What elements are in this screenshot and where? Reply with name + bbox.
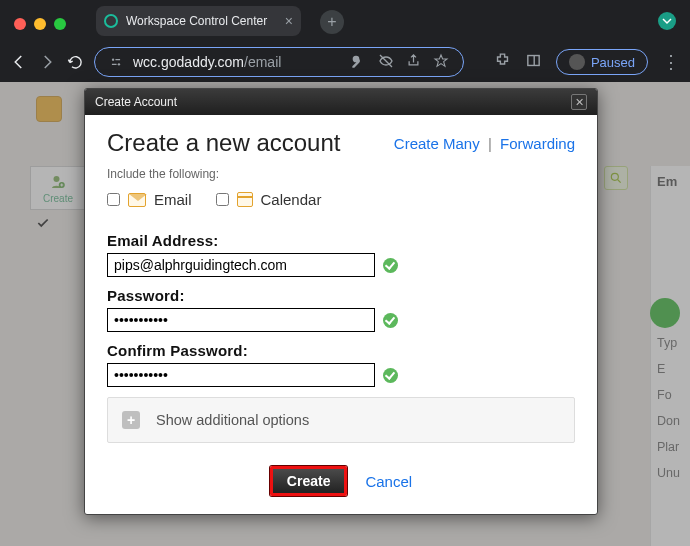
- close-window-icon[interactable]: [14, 18, 26, 30]
- close-tab-icon[interactable]: ×: [285, 13, 293, 29]
- create-account-modal: Create Account ✕ Create a new account Cr…: [84, 88, 598, 515]
- kebab-menu-icon[interactable]: ⋮: [662, 51, 680, 73]
- back-icon[interactable]: [10, 53, 28, 71]
- modal-titlebar: Create Account ✕: [85, 89, 597, 115]
- browser-toolbar: wcc.godaddy.com/email Paused ⋮: [0, 42, 690, 82]
- tab-favicon-icon: [104, 14, 118, 28]
- password-input[interactable]: [107, 308, 375, 332]
- paused-label: Paused: [591, 55, 635, 70]
- url-text: wcc.godaddy.com/email: [133, 54, 281, 70]
- include-email-label: Email: [154, 191, 192, 208]
- confirm-password-input[interactable]: [107, 363, 375, 387]
- eye-off-icon[interactable]: [378, 53, 394, 72]
- email-address-label: Email Address:: [107, 232, 575, 249]
- avatar-icon: [569, 54, 585, 70]
- check-ok-icon: [383, 313, 398, 328]
- modal-body: Create a new account Create Many | Forwa…: [85, 115, 597, 514]
- browser-tab[interactable]: Workspace Control Center ×: [96, 6, 301, 36]
- forwarding-link[interactable]: Forwarding: [500, 135, 575, 152]
- new-tab-button[interactable]: +: [320, 10, 344, 34]
- tab-title: Workspace Control Center: [126, 14, 267, 28]
- minimize-window-icon[interactable]: [34, 18, 46, 30]
- include-email-checkbox[interactable]: [107, 193, 120, 206]
- include-calendar-option[interactable]: Calendar: [216, 191, 322, 208]
- key-icon[interactable]: [350, 53, 366, 72]
- window-controls: [14, 18, 66, 30]
- share-icon[interactable]: [406, 53, 421, 72]
- svg-point-0: [112, 59, 114, 61]
- pipe: |: [488, 135, 492, 152]
- create-many-link[interactable]: Create Many: [394, 135, 480, 152]
- reload-icon[interactable]: [66, 53, 84, 71]
- plus-icon: +: [122, 411, 140, 429]
- browser-chrome: Workspace Control Center × + wcc.godaddy…: [0, 0, 690, 82]
- password-label: Password:: [107, 287, 575, 304]
- modal-title-text: Create Account: [95, 95, 177, 109]
- calendar-icon: [237, 192, 253, 207]
- show-additional-options-label: Show additional options: [156, 412, 309, 428]
- show-additional-options[interactable]: + Show additional options: [107, 397, 575, 443]
- email-address-input[interactable]: [107, 253, 375, 277]
- include-calendar-label: Calendar: [261, 191, 322, 208]
- include-email-option[interactable]: Email: [107, 191, 192, 208]
- confirm-password-label: Confirm Password:: [107, 342, 575, 359]
- toolbar-right: Paused ⋮: [494, 49, 680, 75]
- cancel-button[interactable]: Cancel: [365, 473, 412, 490]
- bookmark-star-icon[interactable]: [433, 53, 449, 72]
- check-ok-icon: [383, 368, 398, 383]
- modal-header-links: Create Many | Forwarding: [394, 135, 575, 152]
- check-ok-icon: [383, 258, 398, 273]
- maximize-window-icon[interactable]: [54, 18, 66, 30]
- side-panel-icon[interactable]: [525, 52, 542, 73]
- forward-icon[interactable]: [38, 53, 56, 71]
- addr-actions: [350, 53, 449, 72]
- site-settings-icon[interactable]: [109, 55, 123, 69]
- address-bar[interactable]: wcc.godaddy.com/email: [94, 47, 464, 77]
- profile-paused-chip[interactable]: Paused: [556, 49, 648, 75]
- profile-menu-button[interactable]: [658, 12, 676, 30]
- modal-heading: Create a new account: [107, 129, 340, 157]
- create-button[interactable]: Create: [270, 466, 348, 496]
- include-following-text: Include the following:: [107, 167, 575, 181]
- include-calendar-checkbox[interactable]: [216, 193, 229, 206]
- svg-point-1: [118, 63, 120, 65]
- modal-close-icon[interactable]: ✕: [571, 94, 587, 110]
- extensions-icon[interactable]: [494, 52, 511, 73]
- mail-icon: [128, 193, 146, 207]
